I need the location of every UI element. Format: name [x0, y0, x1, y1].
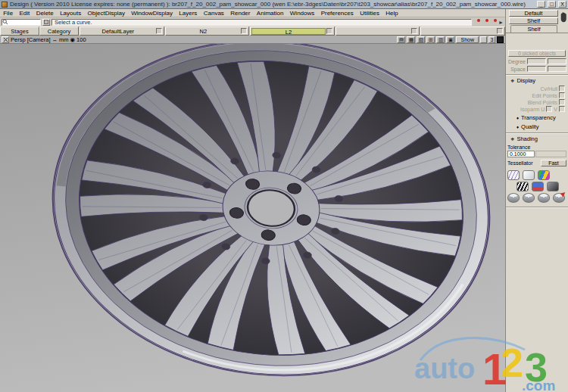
close-button[interactable]: X	[558, 1, 566, 8]
menu-animation[interactable]: Animation	[254, 10, 287, 17]
menu-layouts[interactable]: Layouts	[57, 10, 84, 17]
option-checkbox[interactable]	[559, 92, 565, 98]
tessellator-label: Tessellator	[507, 160, 541, 166]
dark-patch-icon[interactable]	[547, 182, 559, 191]
stage-layer-bar: StagesCategory DefaultLayerN2L2	[0, 26, 505, 36]
layer-label[interactable]: DefaultLayer	[81, 28, 155, 35]
layer-cell-defaultlayer[interactable]: DefaultLayer	[80, 26, 164, 36]
white-patch-icon[interactable]	[523, 170, 535, 180]
shading-section-header[interactable]: ❖ Shading	[506, 133, 568, 143]
layer-cell-empty-3[interactable]	[335, 26, 420, 36]
menu-file[interactable]: File	[0, 10, 16, 17]
snap-grid-icon[interactable]: ▥	[436, 36, 445, 43]
hand-icon[interactable]	[559, 10, 567, 25]
snap-magnet-icon[interactable]: ▣	[446, 36, 454, 43]
viewport-shade-swatch-icon[interactable]	[497, 36, 504, 43]
multicolor-patch-icon[interactable]	[538, 170, 550, 180]
eye-icon[interactable]: ◉	[70, 36, 76, 43]
window-list-icon[interactable]: ▧	[417, 36, 425, 43]
wheel-3d-model[interactable]	[0, 44, 505, 392]
prompt-options-button[interactable]	[42, 19, 50, 26]
toggle-transparency[interactable]: ♦Transparency	[517, 114, 568, 121]
layer-checkbox[interactable]	[156, 28, 162, 34]
degree-field-1[interactable]	[527, 58, 546, 64]
tolerance-input[interactable]: 0.1000	[507, 151, 535, 157]
degree-field-2[interactable]	[548, 58, 566, 64]
layer-label[interactable]: N2	[167, 28, 241, 35]
construction-history-icon-2[interactable]	[482, 19, 488, 26]
construction-history-icon-1[interactable]	[473, 19, 480, 26]
show-button[interactable]: Show	[456, 36, 479, 43]
option-checkbox[interactable]	[559, 86, 565, 92]
wireframe-patch-icon[interactable]	[507, 170, 520, 180]
layer-cell-n2[interactable]: N2	[165, 26, 250, 36]
prompt-message: Select a curve.	[51, 19, 472, 26]
blue-red-patch-icon[interactable]	[532, 182, 544, 191]
option-checkbox[interactable]	[559, 99, 565, 105]
minimize-button[interactable]: _	[537, 1, 545, 8]
tolerance-alt-field[interactable]	[535, 151, 566, 157]
option-extra-checkbox[interactable]	[559, 106, 565, 112]
layer-label[interactable]	[337, 28, 411, 35]
layer-cells: DefaultLayerN2L2	[79, 26, 505, 36]
tessellator-value[interactable]: Fast	[541, 160, 566, 166]
viewport-small-button-1[interactable]	[480, 36, 487, 43]
menu-delete[interactable]: Delete	[33, 10, 57, 17]
menu-utilities[interactable]: Utilities	[357, 10, 382, 17]
layer-checkbox[interactable]	[241, 28, 247, 34]
control-panel: Default Shelf Shelf 0 picked objects Deg…	[505, 9, 568, 392]
shade-toggle-icon[interactable]: ▤	[397, 36, 405, 43]
shelf-button[interactable]: Shelf	[509, 17, 558, 24]
quick-search-input[interactable]	[2, 19, 41, 26]
display-option-isoparm-u: Isoparm UV	[506, 106, 565, 112]
toggle-quality[interactable]: ♦Quality	[517, 123, 568, 130]
layer-label[interactable]	[422, 28, 496, 35]
menu-edit[interactable]: Edit	[16, 10, 33, 17]
layer-checkbox[interactable]	[326, 28, 332, 34]
construction-history-icon-3[interactable]	[490, 19, 497, 26]
model-view-icon[interactable]: ▦	[407, 36, 415, 43]
layer-label[interactable]: L2	[251, 28, 326, 35]
display-section-header[interactable]: ❖ Display	[506, 75, 568, 85]
cylinder-icon[interactable]	[538, 193, 550, 203]
default-button[interactable]: Default	[509, 10, 558, 17]
menu-layers[interactable]: Layers	[176, 10, 200, 17]
camera-label[interactable]: Persp [Camera]	[11, 36, 51, 43]
shelf-well[interactable]	[506, 33, 568, 44]
eye-value: 100	[76, 36, 86, 43]
layer-cell-l2[interactable]: L2	[250, 26, 335, 36]
menu-windowdisplay[interactable]: WindowDisplay	[128, 10, 176, 17]
menu-windows[interactable]: Windows	[287, 10, 318, 17]
layer-checkbox[interactable]	[411, 28, 417, 34]
display-bullet-icon: ❖	[510, 79, 514, 83]
option-checkbox[interactable]	[546, 106, 552, 112]
striped-patch-icon[interactable]	[517, 182, 529, 191]
stage-tab-stages[interactable]: Stages	[0, 26, 39, 36]
layer-checkbox[interactable]	[497, 28, 503, 34]
viewport-small-button-2[interactable]: 3	[488, 36, 495, 43]
space-field-1[interactable]	[527, 66, 546, 72]
shelf-tab[interactable]: Shelf	[510, 25, 557, 33]
maximize-button[interactable]: □	[548, 1, 556, 8]
search-icon	[2, 19, 8, 25]
perspective-viewport[interactable]	[0, 44, 505, 392]
grid-toggle-icon[interactable]: ⊞	[426, 36, 435, 43]
stage-tab-category[interactable]: Category	[39, 26, 79, 36]
cylinder-icon[interactable]	[523, 193, 535, 203]
cylinder-icon[interactable]	[507, 193, 520, 203]
menu-render[interactable]: Render	[227, 10, 254, 17]
viewport-close-icon[interactable]	[2, 36, 9, 43]
play-icon[interactable]: ►	[498, 19, 504, 26]
menu-objectdisplay[interactable]: ObjectDisplay	[84, 10, 128, 17]
menu-help[interactable]: Help	[382, 10, 401, 17]
option-label: Blend Points	[528, 100, 557, 105]
toggle-bullet-icon: ♦	[517, 125, 519, 129]
prompt-options-icon	[44, 20, 48, 24]
menu-preferences[interactable]: Preferences	[317, 10, 357, 17]
space-field-2[interactable]	[548, 66, 566, 72]
space-label: Space	[506, 67, 526, 72]
menu-canvas[interactable]: Canvas	[201, 10, 228, 17]
cylinder-arrow-icon[interactable]	[553, 193, 565, 203]
tolerance-label: Tolerance	[507, 145, 568, 150]
layer-cell-empty-4[interactable]	[420, 26, 505, 36]
